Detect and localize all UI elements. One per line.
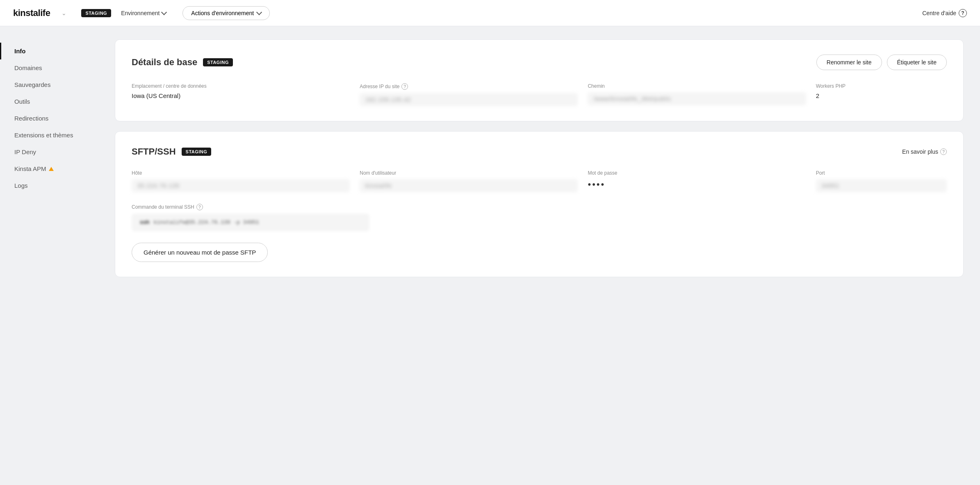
workers-label: Workers PHP: [816, 83, 947, 89]
chemin-value: /www/kinstalife_384/public: [588, 92, 806, 105]
port-label: Port: [816, 170, 947, 176]
password-label: Mot de passe: [588, 170, 806, 176]
sftp-grid: Hôte 35.224.76.139 Nom d'utilisateur kin…: [132, 170, 947, 192]
sidebar-item-info[interactable]: Info: [0, 43, 98, 59]
sidebar-item-sauvegardes[interactable]: Sauvegardes: [0, 76, 98, 93]
help-question-icon: ?: [959, 9, 967, 17]
actions-chevron-icon: [256, 9, 262, 15]
sidebar-item-kinstapm[interactable]: Kinsta APM: [0, 160, 98, 177]
sidebar-item-redirections[interactable]: Redirections: [0, 110, 98, 127]
help-label: Centre d'aide: [922, 10, 956, 16]
username-field: Nom d'utilisateur kinstalife: [360, 170, 578, 192]
sidebar-item-domaines[interactable]: Domaines: [0, 59, 98, 76]
env-chevron-icon: [161, 9, 167, 15]
ssh-cmd-value: kinstalife@35.224.76.139 -p 34951: [153, 219, 259, 225]
sftp-card-header: SFTP/SSH STAGING En savoir plus ?: [132, 146, 947, 157]
sidebar-item-outils[interactable]: Outils: [0, 93, 98, 110]
hote-label: Hôte: [132, 170, 350, 176]
actions-label: Actions d'environnement: [191, 10, 254, 16]
workers-field: Workers PHP 2: [816, 83, 947, 106]
details-card: Détails de base STAGING Renommer le site…: [115, 39, 964, 121]
hote-value: 35.224.76.139: [132, 179, 350, 192]
staging-badge: STAGING: [81, 9, 111, 17]
password-field: Mot de passe ••••: [588, 170, 806, 192]
hote-field: Hôte 35.224.76.139: [132, 170, 350, 192]
warning-triangle-icon: [49, 167, 54, 171]
port-field: Port 34951: [816, 170, 947, 192]
sidebar-item-extensions[interactable]: Extensions et thèmes: [0, 127, 98, 143]
logo: kinstalife: [13, 8, 50, 18]
details-card-header: Détails de base STAGING Renommer le site…: [132, 55, 947, 70]
ssh-cmd-label: Commande du terminal SSH ?: [132, 204, 947, 210]
ip-field: Adresse IP du site ? 162.159.135.42: [360, 83, 578, 106]
environment-label: Environnement: [121, 10, 160, 16]
sftp-card: SFTP/SSH STAGING En savoir plus ? Hôte 3…: [115, 131, 964, 277]
password-dots: ••••: [588, 179, 806, 190]
ssh-cmd-section: Commande du terminal SSH ? ssh kinstalif…: [132, 204, 947, 231]
ip-label: Adresse IP du site ?: [360, 83, 578, 90]
chemin-label: Chemin: [588, 83, 806, 89]
sftp-card-title: SFTP/SSH STAGING: [132, 146, 211, 157]
ssh-cmd-box: ssh kinstalife@35.224.76.139 -p 34951: [132, 214, 369, 231]
generate-password-button[interactable]: Générer un nouveau mot de passe SFTP: [132, 243, 268, 262]
etiqueter-button[interactable]: Étiqueter le site: [887, 55, 947, 70]
details-staging-badge: STAGING: [203, 58, 233, 66]
sidebar-item-ipdeny[interactable]: IP Deny: [0, 143, 98, 160]
details-title-text: Détails de base: [132, 57, 197, 68]
rename-button[interactable]: Renommer le site: [816, 55, 882, 70]
actions-button[interactable]: Actions d'environnement: [182, 6, 270, 20]
username-label: Nom d'utilisateur: [360, 170, 578, 176]
logo-chevron-icon: ⌄: [62, 10, 66, 16]
ip-value: 162.159.135.42: [360, 93, 578, 106]
sidebar: Info Domaines Sauvegardes Outils Redirec…: [0, 26, 98, 485]
ip-help-icon[interactable]: ?: [401, 83, 408, 90]
topnav: kinstalife ⌄ STAGING Environnement Actio…: [0, 0, 980, 26]
location-field: Emplacement / centre de données Iowa (US…: [132, 83, 350, 106]
details-grid: Emplacement / centre de données Iowa (US…: [132, 83, 947, 106]
help-link[interactable]: Centre d'aide ?: [922, 9, 967, 17]
ssh-keyword: ssh: [140, 219, 149, 225]
workers-value: 2: [816, 92, 947, 99]
ssh-help-icon[interactable]: ?: [196, 204, 203, 210]
details-card-title: Détails de base STAGING: [132, 57, 233, 68]
port-value: 34951: [816, 179, 947, 192]
learn-more-link[interactable]: En savoir plus ?: [902, 148, 947, 155]
details-card-actions: Renommer le site Étiqueter le site: [816, 55, 947, 70]
sftp-title-text: SFTP/SSH: [132, 146, 176, 157]
location-label: Emplacement / centre de données: [132, 83, 350, 89]
location-value: Iowa (US Central): [132, 92, 350, 99]
learn-more-icon[interactable]: ?: [940, 148, 947, 155]
main-content: Détails de base STAGING Renommer le site…: [98, 26, 980, 485]
environment-dropdown[interactable]: Environnement: [121, 10, 166, 16]
sidebar-item-logs[interactable]: Logs: [0, 177, 98, 194]
chemin-field: Chemin /www/kinstalife_384/public: [588, 83, 806, 106]
learn-more-text: En savoir plus: [902, 148, 938, 155]
sftp-staging-badge: STAGING: [182, 148, 212, 156]
username-value: kinstalife: [360, 179, 578, 192]
page-layout: Info Domaines Sauvegardes Outils Redirec…: [0, 26, 980, 485]
